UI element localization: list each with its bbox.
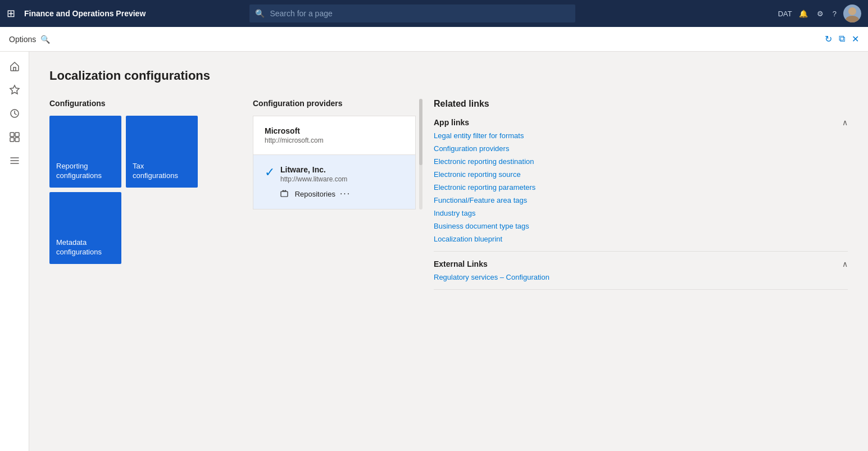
providers-section: Configuration providers Microsoft http:/… (253, 99, 416, 209)
svg-rect-6 (15, 138, 19, 142)
sidebar-workspace-icon[interactable] (4, 127, 25, 147)
provider-microsoft-name: Microsoft (265, 126, 404, 135)
search-input[interactable] (249, 4, 575, 22)
repositories-link[interactable]: Repositories (280, 190, 335, 198)
svg-rect-7 (281, 192, 288, 197)
svg-rect-5 (10, 138, 14, 142)
divider-1 (434, 251, 848, 252)
options-label: Options (9, 35, 36, 44)
providers-title: Configuration providers (253, 99, 416, 108)
grid-icon[interactable]: ⊞ (7, 7, 15, 20)
link-er-source[interactable]: Electronic reporting source (434, 170, 848, 179)
search-bar: 🔍 (249, 4, 575, 22)
open-new-icon[interactable]: ⧉ (839, 34, 845, 44)
app-title: Finance and Operations Preview (24, 9, 146, 18)
provider-litware-info: Litware, Inc. http://www.litware.com (280, 165, 351, 199)
svg-rect-4 (15, 133, 19, 136)
ext-links-label: External Links (434, 259, 488, 268)
divider-2 (434, 289, 848, 290)
provider-litware-actions: Repositories ··· (280, 189, 351, 199)
optionsbar: Options 🔍 ↻ ⧉ ✕ (0, 27, 868, 52)
settings-icon[interactable]: ⚙ (815, 7, 826, 20)
provider-microsoft[interactable]: Microsoft http://microsoft.com (253, 116, 415, 155)
provider-litware-url: http://www.litware.com (280, 175, 351, 183)
tile-reporting[interactable]: Reporting configurations (49, 116, 121, 188)
topbar: ⊞ Finance and Operations Preview 🔍 DAT 🔔… (0, 0, 868, 27)
link-business-doc-tags[interactable]: Business document type tags (434, 222, 848, 230)
link-industry-tags[interactable]: Industry tags (434, 209, 848, 217)
link-er-destination[interactable]: Electronic reporting destination (434, 157, 848, 166)
app-links-header: App links ∧ (434, 118, 848, 127)
env-label: DAT (778, 10, 792, 18)
provider-list: Microsoft http://microsoft.com ✓ Litware… (253, 116, 416, 209)
sidebar-home-icon[interactable] (4, 56, 25, 76)
sidebar-recent-icon[interactable] (4, 103, 25, 124)
scrollbar-track (419, 99, 422, 209)
link-config-providers[interactable]: Configuration providers (434, 144, 848, 153)
provider-more-icon[interactable]: ··· (340, 189, 351, 199)
refresh-icon[interactable]: ↻ (825, 34, 832, 44)
sidebar-favorites-icon[interactable] (4, 80, 25, 100)
link-localization-blueprint[interactable]: Localization blueprint (434, 235, 848, 243)
sidebar-modules-icon[interactable] (4, 151, 25, 171)
ext-links-list: Regulatory services – Configuration (434, 273, 848, 281)
configurations-section: Configurations Reporting configurations … (49, 99, 235, 264)
provider-microsoft-url: http://microsoft.com (265, 136, 404, 144)
sidebar (0, 52, 29, 451)
scrollbar-thumb (419, 99, 422, 165)
svg-point-1 (846, 16, 859, 22)
provider-litware-name: Litware, Inc. (280, 165, 351, 174)
link-functional-tags[interactable]: Functional/Feature area tags (434, 196, 848, 204)
related-links-title: Related links (434, 99, 848, 109)
provider-litware-inner: ✓ Litware, Inc. http://www.litware.com (265, 165, 404, 199)
help-icon[interactable]: ? (830, 7, 839, 20)
config-tiles: Reporting configurations Tax configurati… (49, 116, 235, 264)
page-title: Localization configurations (49, 69, 848, 83)
ext-links-collapse-icon[interactable]: ∧ (842, 259, 848, 268)
link-er-parameters[interactable]: Electronic reporting parameters (434, 183, 848, 192)
related-section: Related links App links ∧ Legal entity f… (434, 99, 848, 298)
provider-check-icon: ✓ (265, 165, 275, 180)
configurations-title: Configurations (49, 99, 235, 108)
app-links-collapse-icon[interactable]: ∧ (842, 118, 848, 127)
optionsbar-actions: ↻ ⧉ ✕ (825, 34, 859, 44)
provider-litware[interactable]: ✓ Litware, Inc. http://www.litware.com (253, 155, 415, 209)
topbar-right: DAT 🔔 ⚙ ? (778, 4, 861, 22)
search-icon: 🔍 (255, 9, 265, 18)
ext-links-header: External Links ∧ (434, 259, 848, 268)
link-legal-entity[interactable]: Legal entity filter for formats (434, 131, 848, 140)
avatar[interactable] (843, 4, 861, 22)
app-links-list: Legal entity filter for formats Configur… (434, 131, 848, 243)
svg-point-0 (848, 7, 856, 15)
app-links-label: App links (434, 118, 469, 127)
svg-rect-3 (10, 133, 14, 136)
tile-tax[interactable]: Tax configurations (126, 116, 198, 188)
close-icon[interactable]: ✕ (852, 34, 859, 44)
main-content: Localization configurations Configuratio… (29, 52, 868, 451)
notification-icon[interactable]: 🔔 (797, 7, 810, 20)
options-search-icon[interactable]: 🔍 (40, 35, 50, 44)
tile-metadata[interactable]: Metadata configurations (49, 192, 121, 264)
link-regulatory-services[interactable]: Regulatory services – Configuration (434, 273, 848, 281)
content-row: Configurations Reporting configurations … (49, 99, 848, 298)
